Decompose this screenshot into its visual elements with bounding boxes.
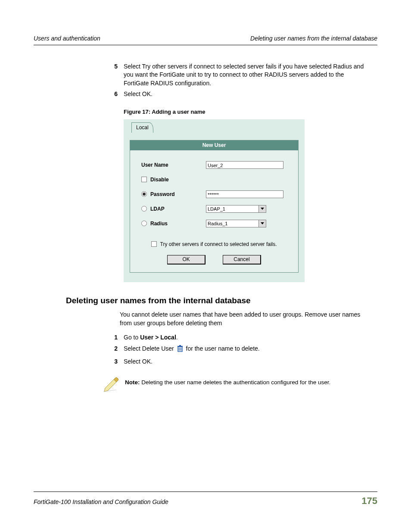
note-text: Note: Deleting the user name deletes the… — [125, 376, 330, 387]
username-label: User Name — [141, 162, 206, 169]
figure-new-user: Local New User User Name User_2 Disable — [124, 119, 305, 282]
del-step-1-number: 1 — [105, 333, 124, 342]
chevron-down-icon[interactable] — [258, 205, 266, 213]
del-step-3-number: 3 — [105, 358, 124, 366]
header-right: Deleting user names from the internal da… — [250, 34, 377, 43]
password-input[interactable]: ****** — [206, 190, 283, 198]
footer-title: FortiGate-100 Installation and Configura… — [34, 498, 168, 507]
del-step-2: 2 Select Delete User for the user name t… — [105, 345, 367, 355]
row-username: User Name User_2 — [141, 159, 290, 171]
password-label: Password — [150, 191, 175, 198]
svg-rect-4 — [177, 346, 183, 347]
ok-button[interactable]: OK — [167, 255, 206, 264]
radius-select-value: Radius_1 — [206, 220, 258, 227]
row-password: Password ****** — [141, 188, 290, 200]
username-input[interactable]: User_2 — [206, 161, 283, 169]
section-heading: Deleting user names from the internal da… — [66, 295, 377, 307]
row-disable: Disable — [141, 174, 290, 186]
step-6-number: 6 — [105, 90, 124, 99]
step-5: 5 Select Try other servers if connect to… — [105, 62, 367, 88]
page-footer: FortiGate-100 Installation and Configura… — [34, 492, 377, 508]
page-number: 175 — [361, 495, 377, 508]
del-step-2-number: 2 — [105, 345, 124, 355]
tab-row: Local — [124, 119, 305, 136]
row-radius: Radius Radius_1 — [141, 218, 290, 230]
ldap-radio[interactable] — [141, 206, 147, 212]
step-5-number: 5 — [105, 62, 124, 88]
footer-rule — [34, 492, 377, 492]
ldap-label: LDAP — [150, 205, 165, 213]
svg-rect-5 — [179, 345, 181, 346]
del-step-3: 3 Select OK. — [105, 358, 367, 366]
radius-select[interactable]: Radius_1 — [206, 220, 266, 227]
new-user-panel: New User User Name User_2 Disable — [130, 140, 299, 272]
try-other-label: Try other servers if connect to selected… — [160, 241, 277, 247]
note-row: Note: Deleting the user name deletes the… — [103, 376, 370, 392]
note-icon — [103, 376, 120, 392]
figure-caption: Figure 17: Adding a user name — [124, 108, 367, 116]
cancel-button[interactable]: Cancel — [223, 255, 261, 264]
del-step-3-text: Select OK. — [124, 358, 367, 366]
header-rule — [34, 45, 377, 45]
password-radio[interactable] — [141, 191, 147, 197]
panel-title: New User — [130, 140, 298, 150]
page-header: Users and authentication Deleting user n… — [34, 34, 377, 43]
try-other-row: Try other servers if connect to selected… — [130, 241, 298, 248]
row-ldap: LDAP LDAP_1 — [141, 203, 290, 215]
tab-local[interactable]: Local — [131, 122, 153, 133]
ldap-select[interactable]: LDAP_1 — [206, 205, 266, 213]
step-6: 6 Select OK. — [105, 90, 367, 99]
chevron-down-icon[interactable] — [258, 220, 266, 227]
header-left: Users and authentication — [34, 34, 100, 43]
button-row: OK Cancel — [130, 255, 298, 264]
disable-checkbox[interactable] — [141, 177, 147, 182]
del-step-2-text: Select Delete User for the user name to … — [124, 345, 367, 355]
radius-label: Radius — [150, 220, 168, 227]
ldap-select-value: LDAP_1 — [206, 205, 258, 213]
step-6-text: Select OK. — [124, 90, 367, 99]
disable-label: Disable — [150, 176, 169, 184]
trash-icon — [177, 345, 184, 355]
section-intro: You cannot delete user names that have b… — [120, 311, 367, 327]
del-step-1: 1 Go to User > Local. — [105, 333, 367, 342]
try-other-checkbox[interactable] — [151, 241, 157, 247]
radius-radio[interactable] — [141, 221, 147, 226]
step-5-text: Select Try other servers if connect to s… — [124, 62, 367, 88]
del-step-1-text: Go to User > Local. — [124, 333, 367, 342]
